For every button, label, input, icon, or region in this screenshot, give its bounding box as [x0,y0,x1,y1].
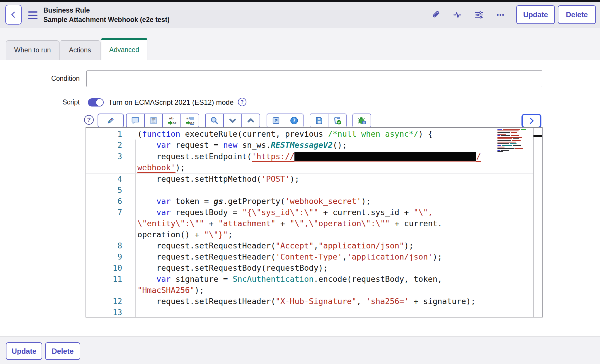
es-mode-help-icon[interactable]: ? [238,98,246,106]
activity-stream-icon[interactable] [452,10,462,20]
syntax-editor-toggle-button[interactable] [98,114,124,128]
delete-button-header[interactable]: Delete [558,5,596,24]
code-minimap[interactable] [497,129,532,154]
record-header: Business Rule Sample Attachment Webhook … [0,2,600,28]
line-number: 13 [86,307,122,317]
code-line[interactable]: 13 [86,307,533,317]
code-line[interactable]: 7 var requestBody = "{\"sys_id\":\"" + c… [86,207,533,240]
floppy-disk-icon [315,116,323,125]
svg-text:ac: ac [173,121,176,125]
svg-text:?: ? [293,118,296,123]
format-code-button[interactable] [144,114,163,128]
code-line[interactable]: 8 request.setRequestHeader("Accept","app… [86,240,533,251]
code-line[interactable]: 12 request.setRequestHeader("X-Hub-Signa… [86,296,533,307]
bug-icon [357,116,367,125]
update-button-footer[interactable]: Update [6,342,42,360]
code-line[interactable]: 11 var signature = SncAuthentication.enc… [86,274,533,296]
chevron-left-icon [9,10,18,19]
tab-actions[interactable]: Actions [59,40,100,60]
tab-when-to-run[interactable]: When to run [6,40,59,60]
scroll-check-icon [333,116,342,125]
replace-all-ab-ac-icon: abac [185,116,195,125]
condition-input[interactable] [86,70,542,87]
line-number: 9 [86,251,122,262]
record-type-title: Business Rule [43,6,170,15]
debug-button[interactable] [352,114,371,128]
tab-advanced[interactable]: Advanced [101,38,147,60]
line-number: 2 [86,140,122,151]
record-title-block: Business Rule Sample Attachment Webhook … [43,6,170,24]
line-number: 8 [86,240,122,251]
redacted-url-block [294,152,476,162]
replace-ab-ac-icon: abac [167,116,176,125]
toolbar-group-window: ? [267,114,304,128]
personalize-sliders-icon[interactable] [474,10,484,20]
line-number: 11 [86,274,122,296]
condition-label: Condition [6,75,80,83]
line-number: 3 [86,151,122,173]
svg-text:ab: ab [169,116,174,120]
delete-button-footer[interactable]: Delete [45,342,80,360]
line-number: 12 [86,296,122,307]
toggle-knob [96,99,103,106]
toggle-comment-button[interactable] [126,114,145,128]
record-name-title: Sample Attachment Webhook (e2e test) [43,15,170,24]
find-next-button[interactable] [223,114,242,128]
toolbar-group-syntax [98,114,124,128]
code-line[interactable]: 4 request.setHttpMethod('POST'); [86,174,533,185]
replace-all-icon-button[interactable]: abac [180,114,199,128]
toolbar-group-edit: abac abac [126,114,199,128]
check-syntax-button[interactable] [328,114,347,128]
line-number: 4 [86,174,122,185]
comment-bubble-icon [131,116,140,125]
business-rule-form: Business Rule Sample Attachment Webhook … [0,0,600,364]
search-button[interactable] [205,114,224,128]
chevron-down-icon [229,116,237,125]
help-sphere-icon: ? [290,116,299,125]
code-line[interactable]: 6 var token = gs.getProperty('webhook_se… [86,196,533,207]
find-previous-button[interactable] [241,114,260,128]
form-footer: Update Delete [0,336,600,364]
open-in-new-window-button[interactable] [267,114,285,128]
script-code-editor[interactable]: 1(function executeRule(current, previous… [86,127,543,317]
tab-band: When to run Actions Advanced [0,28,600,60]
code-line[interactable]: 3 request.setEndpoint('https:///webhook'… [86,151,533,174]
script-label: Script [6,98,80,106]
line-number: 6 [86,196,122,207]
line-number: 5 [86,185,122,196]
attachment-paperclip-icon[interactable] [431,10,441,20]
editor-scrollbar[interactable] [533,128,542,317]
line-number: 7 [86,207,122,240]
code-line[interactable]: 2 var request = new sn_ws.RESTMessageV2(… [86,140,533,151]
advanced-tab-panel: Condition Script Turn on ECMAScript 2021… [0,60,600,336]
back-button[interactable] [5,5,22,25]
expand-editor-button[interactable] [521,114,541,128]
toolbar-group-save [310,114,347,128]
toolbar-group-debug [352,114,371,128]
header-icon-row: ••• [431,2,506,28]
es-mode-toggle[interactable] [88,98,104,107]
editor-help-icon[interactable]: ? [84,115,94,125]
external-link-icon [272,116,280,125]
chevron-up-icon [247,116,255,125]
code-line[interactable]: 9 request.setRequestHeader('Content-Type… [86,251,533,262]
update-button-header[interactable]: Update [516,5,555,24]
es-mode-label: Turn on ECMAScript 2021 (ES12) mode [108,98,233,107]
chevron-right-icon [526,116,536,126]
editor-docs-help-button[interactable]: ? [285,114,304,128]
code-line[interactable]: 1(function executeRule(current, previous… [86,128,533,140]
scrollbar-thumb[interactable] [533,135,542,137]
search-icon [210,116,219,125]
line-number: 1 [86,128,122,140]
syntax-pencil-icon [106,116,115,125]
save-button[interactable] [310,114,328,128]
line-number: 10 [86,262,122,274]
context-menu-icon[interactable] [28,11,38,19]
code-line[interactable]: 10 request.setRequestBody(requestBody); [86,262,533,274]
code-line[interactable]: 5 [86,185,533,196]
document-lines-icon [149,116,158,125]
code-lines: 1(function executeRule(current, previous… [86,128,533,317]
toolbar-group-find [205,114,260,128]
replace-icon-button[interactable]: abac [162,114,181,128]
more-options-icon[interactable]: ••• [496,10,506,20]
